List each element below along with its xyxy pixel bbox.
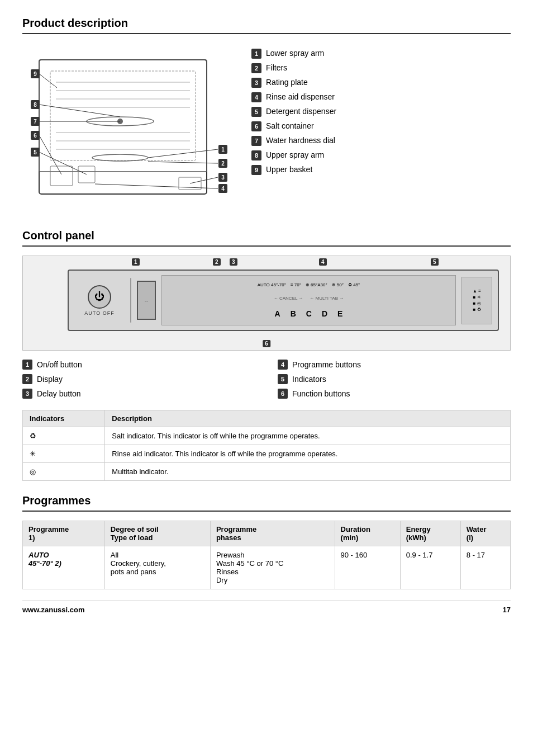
svg-text:8: 8 <box>34 102 37 108</box>
prog-buttons-area: AUTO 45°-70° ≡ 70° ⊕ 65°A30° ❄ 50° ♻ 45°… <box>161 275 456 325</box>
diagram-svg: 9 8 7 6 5 1 <box>22 43 235 211</box>
part-item-4: 4Rinse aid dispenser <box>251 92 511 102</box>
dishwasher-diagram: 9 8 7 6 5 1 <box>22 43 235 212</box>
indicators-col-header: Indicators <box>23 410 105 427</box>
cp-labels-row: 1On/off button2Display3Delay button 4Pro… <box>22 360 511 403</box>
indicator-icons: ▲ ≡ ■ ✳ ■ ◎ ■ ♻ <box>473 289 481 312</box>
prog-header-3: Duration (min) <box>335 521 400 546</box>
prog-cell-0-2: Prewash Wash 45 °C or 70 °C Rinses Dry <box>210 546 335 589</box>
svg-rect-1 <box>39 60 207 172</box>
cp-label-r-4: Programme buttons <box>292 360 361 369</box>
part-num-2: 2 <box>251 63 261 73</box>
product-desc-container: 9 8 7 6 5 1 <box>22 43 511 212</box>
programmes-section: Programmes Programme 1)Degree of soil Ty… <box>22 494 511 589</box>
section2-title: Control panel <box>22 229 511 242</box>
part-label-1: Lower spray arm <box>266 49 324 58</box>
cp-num-badge-3: 3 <box>22 389 32 399</box>
indicator-row-1: ✳Rinse aid indicator. This indicator is … <box>23 445 511 463</box>
indicator-icon-0: ♻ <box>23 427 105 445</box>
part-num-9: 9 <box>251 165 261 175</box>
cp-item-r-5: 5Indicators <box>278 374 511 384</box>
prog-cell-0-1: All Crockery, cutlery, pots and pans <box>104 546 210 589</box>
letters-row: A B C D E <box>275 309 343 318</box>
cp-num-5-top: 5 <box>431 258 439 265</box>
eco-icon: ≡ 70° <box>291 282 301 287</box>
section3-title: Programmes <box>22 494 511 507</box>
letter-a: A <box>275 309 280 318</box>
cp-item-r-6: 6Function buttons <box>278 389 511 399</box>
cp-labels-left: 1On/off button2Display3Delay button <box>22 360 255 403</box>
indicator-icon-1: ✳ <box>23 445 105 463</box>
part-label-6: Salt container <box>266 121 314 130</box>
section1-title: Product description <box>22 17 511 30</box>
svg-text:2: 2 <box>221 160 225 167</box>
cp-num-badge-2: 2 <box>22 374 32 384</box>
svg-text:3: 3 <box>221 174 225 181</box>
prog-header-0: Programme 1) <box>23 521 105 546</box>
cp-num-4-top: 4 <box>319 258 327 265</box>
letter-d: D <box>322 309 327 318</box>
part-label-5: Detergent dispenser <box>266 107 336 116</box>
prog-header-4: Energy (kWh) <box>400 521 460 546</box>
svg-rect-2 <box>50 71 196 160</box>
cp-label-r-6: Function buttons <box>292 389 350 398</box>
footer-url: www.zanussi.com <box>22 606 85 614</box>
cp-num-badge-r-4: 4 <box>278 360 288 370</box>
part-item-5: 5Detergent dispenser <box>251 107 511 117</box>
footer: www.zanussi.com 17 <box>22 601 511 614</box>
prog-icons-row: AUTO 45°-70° ≡ 70° ⊕ 65°A30° ❄ 50° ♻ 45° <box>258 282 360 287</box>
part-label-8: Upper spray arm <box>266 150 324 159</box>
cold-icon: ❄ 50° <box>332 282 344 287</box>
part-item-9: 9Upper basket <box>251 165 511 175</box>
svg-text:6: 6 <box>34 133 37 139</box>
letter-e: E <box>337 309 342 318</box>
part-label-2: Filters <box>266 63 287 72</box>
svg-line-37 <box>190 177 218 183</box>
part-num-4: 4 <box>251 92 261 102</box>
indicator-icon-2: ◎ <box>23 463 105 481</box>
description-col-header: Description <box>105 410 511 427</box>
prog-cell-0-5: 8 - 17 <box>460 546 510 589</box>
part-item-3: 3Rating plate <box>251 78 511 88</box>
ind2: ■ ✳ <box>473 295 481 300</box>
prog-header-2: Programme phases <box>210 521 335 546</box>
part-label-4: Rinse aid dispenser <box>266 92 335 101</box>
cp-item-r-4: 4Programme buttons <box>278 360 511 370</box>
prog-cell-0-3: 90 - 160 <box>335 546 400 589</box>
part-num-8: 8 <box>251 150 261 160</box>
indicator-row-2: ◎Multitab indicator. <box>23 463 511 481</box>
svg-line-34 <box>148 162 218 163</box>
indicators-table: Indicators Description ♻Salt indicator. … <box>22 410 511 481</box>
svg-rect-0 <box>39 60 207 194</box>
part-num-5: 5 <box>251 107 261 117</box>
control-panel-diagram: 1 2 3 4 5 ⏻ AUTO OFF -- <box>22 256 511 351</box>
ind3: ■ ◎ <box>473 301 481 306</box>
indicator-desc-1: Rinse aid indicator. This indicator is o… <box>105 445 511 463</box>
svg-line-18 <box>39 105 120 117</box>
prog-cell-0-4: 0.9 - 1.7 <box>400 546 460 589</box>
cp-num-3-top: 3 <box>230 258 237 265</box>
part-item-8: 8Upper spray arm <box>251 150 511 160</box>
power-area: ⏻ AUTO OFF <box>74 285 125 316</box>
product-description-section: Product description <box>22 17 511 212</box>
part-num-6: 6 <box>251 121 261 131</box>
cp-item-1: 1On/off button <box>22 360 255 370</box>
letter-c: C <box>306 309 312 318</box>
parts-list: 1Lower spray arm2Filters3Rating plate4Ri… <box>251 43 511 212</box>
svg-text:1: 1 <box>221 147 225 153</box>
part-num-7: 7 <box>251 136 261 146</box>
cp-label-1: On/off button <box>37 360 82 369</box>
cp-num-badge-r-5: 5 <box>278 374 288 384</box>
power-button-diagram[interactable]: ⏻ <box>88 285 111 309</box>
indicator-desc-2: Multitab indicator. <box>105 463 511 481</box>
cp-label-2: Display <box>37 375 63 384</box>
indicators-area: ▲ ≡ ■ ✳ ■ ◎ ■ ♻ <box>461 277 492 324</box>
part-label-9: Upper basket <box>266 165 312 174</box>
footer-page-num: 17 <box>503 606 511 614</box>
ind1: ▲ ≡ <box>473 289 481 294</box>
section1-divider <box>22 33 511 34</box>
programmes-header-row: Programme 1)Degree of soil Type of loadP… <box>23 521 511 546</box>
svg-point-11 <box>92 154 148 161</box>
part-item-1: 1Lower spray arm <box>251 49 511 59</box>
svg-line-15 <box>39 74 57 88</box>
